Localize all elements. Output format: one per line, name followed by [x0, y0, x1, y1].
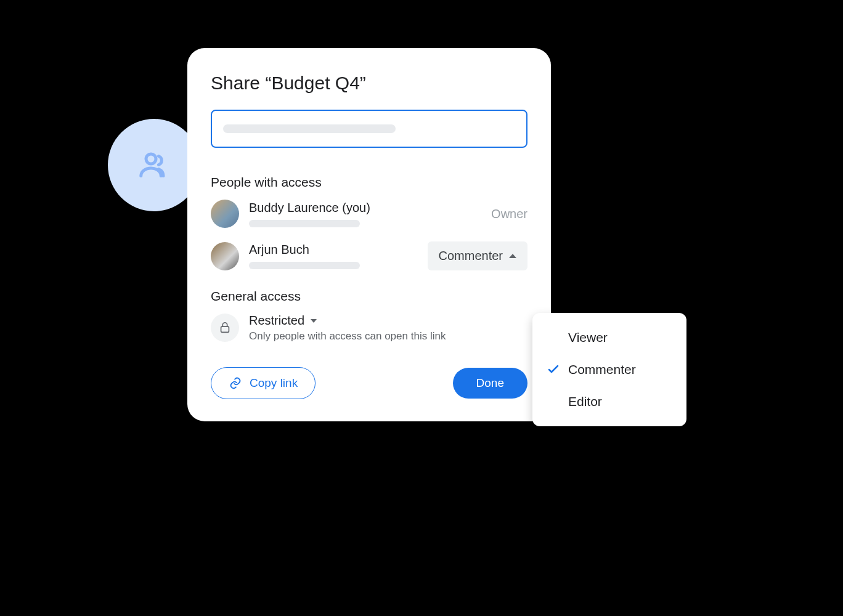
owner-label: Owner: [491, 207, 527, 221]
role-option-commenter[interactable]: Commenter: [532, 354, 686, 386]
people-decorative-circle: [108, 119, 200, 211]
people-with-access-heading: People with access: [211, 175, 527, 190]
copy-link-button[interactable]: Copy link: [211, 367, 316, 399]
caret-up-icon: [509, 254, 516, 258]
person-name: Arjun Buch: [249, 243, 428, 257]
general-access-description: Only people with access can open this li…: [249, 330, 527, 342]
avatar: [211, 200, 239, 228]
general-access-heading: General access: [211, 289, 527, 304]
avatar: [211, 242, 239, 270]
caret-down-icon: [311, 319, 317, 323]
role-dropdown-label: Commenter: [439, 249, 503, 263]
share-dialog: Share “Budget Q4” People with access Bud…: [187, 48, 551, 421]
svg-point-0: [146, 154, 156, 164]
general-access-label: Restricted: [249, 314, 304, 328]
person-name: Buddy Laurence (you): [249, 201, 491, 215]
lock-icon: [218, 321, 232, 334]
link-icon: [229, 376, 242, 390]
person-row: Buddy Laurence (you) Owner: [211, 200, 527, 228]
role-dropdown[interactable]: Commenter: [428, 241, 527, 270]
person-info: Arjun Buch: [249, 243, 428, 269]
done-button[interactable]: Done: [453, 368, 527, 399]
people-icon: [136, 147, 173, 184]
person-info: Buddy Laurence (you): [249, 201, 491, 227]
role-option-editor[interactable]: Editor: [532, 386, 686, 418]
input-placeholder-skeleton: [223, 124, 396, 133]
copy-link-label: Copy link: [250, 376, 298, 390]
check-icon: [546, 362, 561, 377]
general-access-row: Restricted Only people with access can o…: [211, 314, 527, 342]
role-option-label: Editor: [568, 394, 602, 409]
lock-icon-circle: [211, 314, 239, 342]
person-row: Arjun Buch Commenter: [211, 241, 527, 270]
dialog-title: Share “Budget Q4”: [211, 73, 527, 94]
svg-rect-1: [221, 326, 229, 332]
person-email-skeleton: [249, 220, 360, 227]
general-access-dropdown[interactable]: Restricted: [249, 314, 527, 328]
add-people-input[interactable]: [211, 110, 527, 148]
role-option-viewer[interactable]: Viewer: [532, 322, 686, 354]
role-popover: Viewer Commenter Editor: [532, 313, 686, 426]
role-option-label: Commenter: [568, 362, 636, 377]
person-email-skeleton: [249, 262, 360, 269]
role-option-label: Viewer: [568, 330, 608, 345]
